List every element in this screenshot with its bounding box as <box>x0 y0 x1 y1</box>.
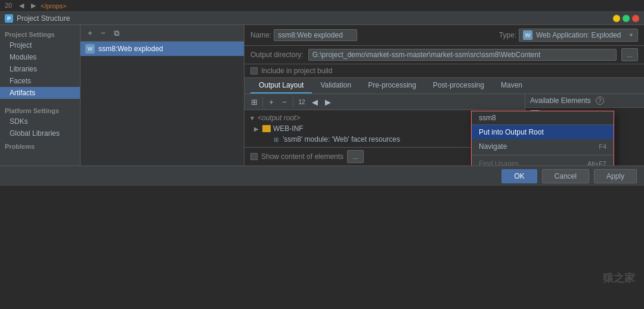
problems-section-label: Problems <box>0 139 80 151</box>
show-content-browse-button[interactable]: ... <box>347 150 364 163</box>
close-button[interactable] <box>632 15 639 22</box>
tabs-row: Output Layout Validation Pre-processing … <box>244 78 644 94</box>
code-bar: 20 ◀ ▶ </props> <box>0 0 644 12</box>
tab-post-processing[interactable]: Post-processing <box>425 78 493 93</box>
grid-view-button[interactable]: ⊞ <box>248 96 260 108</box>
artifact-item-ssm8[interactable]: W ssm8:Web exploded <box>80 42 244 56</box>
layout-toolbar: ⊞ + − 12 ◀ ▶ <box>244 94 525 110</box>
name-input[interactable] <box>274 29 357 41</box>
sidebar-item-global-libraries[interactable]: Global Libraries <box>0 127 80 139</box>
type-select[interactable]: W Web Application: Exploded ▼ <box>519 29 638 42</box>
context-menu-label-put-into-output: Put into Output Root <box>479 128 544 136</box>
next-button[interactable]: ▶ <box>322 96 334 108</box>
output-browse-button[interactable]: ... <box>621 48 638 61</box>
code-numbers: 20 ◀ ▶ <box>5 2 36 10</box>
tab-pre-processing[interactable]: Pre-processing <box>360 78 425 93</box>
toolbar-separator <box>262 97 263 107</box>
artifact-item-icon: W <box>85 44 95 54</box>
project-settings-section-label: Project Settings <box>0 27 80 39</box>
artifacts-panel: + − ⧉ W ssm8:Web exploded <box>80 25 244 166</box>
watermark: 猿之家 <box>603 271 635 285</box>
title-bar-left: P Project Structure <box>5 14 70 23</box>
tree-arrow-webinf: ▶ <box>254 126 260 132</box>
sidebar-item-libraries[interactable]: Libraries <box>0 63 80 75</box>
name-field: Name: <box>250 29 357 41</box>
remove-item-button[interactable]: − <box>278 96 290 108</box>
sidebar-item-modules[interactable]: Modules <box>0 51 80 63</box>
code-tag: </props> <box>41 2 66 10</box>
context-menu-separator <box>472 155 614 155</box>
tab-output-layout[interactable]: Output Layout <box>250 78 312 93</box>
copy-artifact-button[interactable]: ⧉ <box>110 27 122 39</box>
available-header-label: Available Elements <box>530 96 591 105</box>
available-help-icon[interactable]: ? <box>596 96 604 105</box>
minimize-button[interactable] <box>613 15 620 22</box>
cancel-button[interactable]: Cancel <box>542 169 589 183</box>
type-select-icon: W <box>523 30 532 40</box>
show-content-label: Show content of elements <box>261 152 343 161</box>
available-header: Available Elements ? <box>525 94 644 108</box>
include-checkbox[interactable] <box>250 67 258 74</box>
context-menu-label-navigate: Navigate <box>479 142 507 151</box>
tree-item-output-root-label: <output root> <box>258 114 300 122</box>
context-menu-item-find-usages: Find Usages Alt+F7 <box>472 157 614 166</box>
type-select-value: Web Application: Exploded <box>536 31 621 39</box>
layout-area: ⊞ + − 12 ◀ ▶ ▼ <box>244 94 644 166</box>
main-layout: Project Settings Project Modules Librari… <box>0 25 644 166</box>
remove-artifact-button[interactable]: − <box>97 27 109 39</box>
name-label: Name: <box>250 31 271 39</box>
type-label: Type: <box>499 31 516 39</box>
content-area: + − ⧉ W ssm8:Web exploded Name: <box>80 25 644 166</box>
info-row: Name: Type: W Web Application: Exploded … <box>244 25 644 46</box>
tab-maven[interactable]: Maven <box>493 78 531 93</box>
type-dropdown-arrow: ▼ <box>628 32 634 38</box>
platform-settings-section-label: Platform Settings <box>0 104 80 116</box>
sidebar: Project Settings Project Modules Librari… <box>0 25 80 166</box>
context-menu-header: ssm8 <box>472 111 614 125</box>
add-artifact-button[interactable]: + <box>84 27 96 39</box>
ok-button[interactable]: OK <box>501 169 537 183</box>
bottom-toolbar: OK Cancel Apply <box>0 166 644 186</box>
output-label: Output directory: <box>250 51 304 59</box>
context-menu-shortcut-find-usages: Alt+F7 <box>587 160 606 166</box>
include-label: Include in project build <box>261 67 332 75</box>
maximize-button[interactable] <box>623 15 630 22</box>
context-menu: ssm8 Put into Output Root Navigate F4 Fi… <box>471 111 614 166</box>
sidebar-item-artifacts[interactable]: Artifacts <box>0 87 80 99</box>
sidebar-item-project[interactable]: Project <box>0 39 80 51</box>
folder-icon-webinf <box>262 125 271 132</box>
output-input[interactable] <box>308 49 617 61</box>
tree-item-ssm8-module-label: 'ssm8' module: 'Web' facet resources <box>283 135 400 143</box>
project-structure-icon: P <box>5 14 13 23</box>
prev-button[interactable]: ◀ <box>309 96 321 108</box>
title-bar-text: Project Structure <box>17 14 70 23</box>
file-icon-ssm8: ⊞ <box>272 135 280 143</box>
add-item-button[interactable]: + <box>265 96 277 108</box>
title-bar-controls[interactable] <box>613 15 639 22</box>
type-field: Type: W Web Application: Exploded ▼ <box>499 29 638 42</box>
artifact-item-label: ssm8:Web exploded <box>98 45 163 53</box>
tree-arrow-ssm8-module: ▶ <box>264 136 270 143</box>
context-menu-item-put-into-output[interactable]: Put into Output Root <box>472 125 614 139</box>
show-content-checkbox[interactable] <box>250 153 258 160</box>
content-layout: + − ⧉ W ssm8:Web exploded Name: <box>80 25 644 166</box>
toolbar-separator-2 <box>293 97 293 107</box>
context-menu-shortcut-navigate: F4 <box>599 143 606 150</box>
tree-arrow-output-root: ▼ <box>249 115 255 121</box>
include-row: Include in project build <box>244 64 644 78</box>
artifact-toolbar: + − ⧉ <box>80 25 244 42</box>
context-menu-label-find-usages: Find Usages <box>479 160 519 166</box>
tree-item-webinf-label: WEB-INF <box>273 124 304 133</box>
number-button[interactable]: 12 <box>296 96 308 108</box>
sidebar-item-sdks[interactable]: SDKs <box>0 116 80 127</box>
tab-validation[interactable]: Validation <box>312 78 360 93</box>
apply-button[interactable]: Apply <box>594 169 637 183</box>
right-panel: Name: Type: W Web Application: Exploded … <box>244 25 644 166</box>
title-bar: P Project Structure <box>0 12 644 25</box>
sidebar-item-facets[interactable]: Facets <box>0 75 80 87</box>
context-menu-item-navigate[interactable]: Navigate F4 <box>472 139 614 154</box>
output-row: Output directory: ... <box>244 46 644 64</box>
